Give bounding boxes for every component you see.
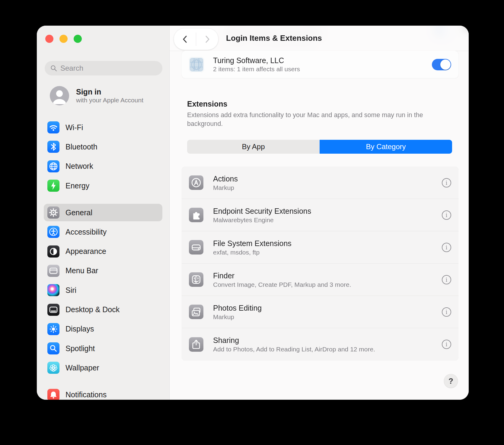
sign-in-row[interactable]: Sign in with your Apple Account	[50, 86, 143, 105]
sidebar-item-label: Siri	[65, 286, 76, 295]
sidebar-item-label: Wallpaper	[65, 363, 99, 372]
category-subtitle: Malwarebytes Engine	[213, 216, 442, 224]
category-row-finder: Finder Convert Image, Create PDF, Markup…	[182, 264, 458, 296]
tab-by-app[interactable]: By App	[187, 140, 320, 154]
info-icon[interactable]: i	[442, 243, 451, 252]
bell-icon	[47, 389, 59, 400]
category-row-sharing: Sharing Add to Photos, Add to Reading Li…	[182, 328, 458, 360]
puzzle-icon	[189, 208, 203, 222]
sidebar-item-label: Bluetooth	[65, 142, 97, 151]
sidebar-item-label: Appearance	[65, 247, 106, 256]
screen: Search Sign in with your Apple Account W…	[0, 0, 504, 445]
sidebar-item-appearance[interactable]: Appearance	[44, 242, 162, 261]
sidebar: Search Sign in with your Apple Account W…	[37, 26, 170, 400]
photos-icon	[189, 305, 203, 319]
category-row-actions: Actions Markup i	[182, 167, 458, 199]
info-icon[interactable]: i	[442, 178, 451, 187]
sidebar-item-wallpaper[interactable]: Wallpaper	[44, 358, 162, 377]
toggle-knob	[440, 59, 451, 70]
search-placeholder: Search	[60, 64, 83, 72]
category-title: Actions	[213, 174, 442, 184]
sidebar-item-label: Desktop & Dock	[65, 305, 120, 314]
share-icon	[189, 337, 203, 352]
login-item-toggle[interactable]	[432, 59, 451, 70]
view-segmented-control: By App By Category	[187, 140, 452, 154]
app-icon-grid-globe	[189, 57, 204, 72]
category-title: Photos Editing	[213, 303, 442, 313]
sidebar-group-gap	[44, 378, 162, 385]
wifi-icon	[47, 121, 59, 133]
sidebar-item-desktop-dock[interactable]: Desktop & Dock	[44, 300, 162, 319]
window-controls	[45, 35, 82, 43]
sidebar-item-label: Menu Bar	[65, 266, 98, 275]
login-item-row-turing: Turing Software, LLC 2 items: 1 item aff…	[182, 51, 458, 78]
sun-icon	[47, 323, 59, 335]
toolbar: Login Items & Extensions	[170, 26, 469, 51]
hard-drive-icon	[189, 240, 203, 255]
page-title: Login Items & Extensions	[226, 26, 322, 51]
sidebar-item-label: Network	[65, 162, 93, 171]
menu-bar-icon	[47, 265, 59, 277]
extensions-category-list: Actions Markup i Endpoint Security Exten…	[182, 167, 458, 360]
category-subtitle: Add to Photos, Add to Reading List, AirD…	[213, 345, 442, 353]
category-subtitle: Markup	[213, 184, 442, 192]
info-icon[interactable]: i	[442, 340, 451, 349]
sidebar-item-siri[interactable]: Siri	[44, 280, 162, 300]
sidebar-item-label: Notifications	[65, 390, 107, 399]
bluetooth-icon	[47, 141, 59, 153]
lightning-icon	[47, 180, 59, 192]
sidebar-item-accessibility[interactable]: Accessibility	[44, 222, 162, 242]
category-title: Finder	[213, 271, 442, 280]
sidebar-item-menu-bar[interactable]: Menu Bar	[44, 261, 162, 280]
sidebar-item-label: Energy	[65, 181, 89, 190]
sidebar-item-spotlight[interactable]: Spotlight	[44, 339, 162, 358]
tab-by-category[interactable]: By Category	[320, 140, 452, 154]
sidebar-item-label: General	[65, 208, 92, 217]
sidebar-item-label: Displays	[65, 325, 94, 333]
gear-icon	[47, 206, 59, 219]
sidebar-item-displays[interactable]: Displays	[44, 319, 162, 339]
extensions-heading: Extensions	[187, 100, 227, 108]
back-forward-control	[174, 28, 218, 50]
extensions-description: Extensions add extra functionality to yo…	[187, 111, 430, 128]
avatar	[50, 86, 69, 105]
sidebar-item-bluetooth[interactable]: Bluetooth	[44, 137, 162, 156]
chevron-right-icon	[203, 34, 211, 44]
main-content: Turing Software, LLC 2 items: 1 item aff…	[170, 26, 469, 400]
search-input[interactable]: Search	[45, 61, 162, 75]
sidebar-item-general[interactable]: General	[44, 204, 162, 221]
sign-in-subtitle: with your Apple Account	[76, 96, 143, 104]
actions-icon	[189, 175, 203, 190]
globe-icon	[47, 160, 59, 172]
forward-button[interactable]	[196, 28, 218, 50]
search-icon	[50, 65, 57, 72]
category-subtitle: Convert Image, Create PDF, Markup and 3 …	[213, 280, 442, 289]
info-icon[interactable]: i	[442, 275, 451, 284]
category-row-endpoint-security: Endpoint Security Extensions Malwarebyte…	[182, 199, 458, 231]
login-item-name: Turing Software, LLC	[213, 56, 432, 65]
category-subtitle: exfat, msdos, ftp	[213, 248, 442, 256]
siri-icon	[47, 284, 59, 296]
sidebar-item-label: Accessibility	[65, 228, 107, 236]
sidebar-nav: Wi-Fi Bluetooth Network	[44, 118, 162, 400]
sidebar-item-energy[interactable]: Energy	[44, 176, 162, 195]
help-button[interactable]: ?	[444, 374, 458, 388]
finder-icon	[189, 272, 203, 287]
sidebar-item-label: Wi-Fi	[65, 123, 83, 132]
main-pane: Malwarebytes Corporation 2 items: 1 item…	[170, 26, 469, 400]
zoom-button[interactable]	[74, 35, 82, 43]
back-button[interactable]	[174, 28, 196, 50]
chevron-left-icon	[181, 34, 189, 44]
info-icon[interactable]: i	[442, 210, 451, 220]
sidebar-item-notifications[interactable]: Notifications	[44, 385, 162, 400]
category-title: Sharing	[213, 335, 442, 345]
category-row-file-system: File System Extensions exfat, msdos, ftp…	[182, 231, 458, 264]
sidebar-item-network[interactable]: Network	[44, 157, 162, 176]
system-settings-window: Search Sign in with your Apple Account W…	[37, 26, 469, 400]
close-button[interactable]	[45, 35, 53, 43]
info-icon[interactable]: i	[442, 307, 451, 317]
accessibility-icon	[47, 226, 59, 238]
appearance-icon	[47, 245, 59, 258]
sidebar-item-wifi[interactable]: Wi-Fi	[44, 118, 162, 137]
minimize-button[interactable]	[59, 35, 68, 43]
